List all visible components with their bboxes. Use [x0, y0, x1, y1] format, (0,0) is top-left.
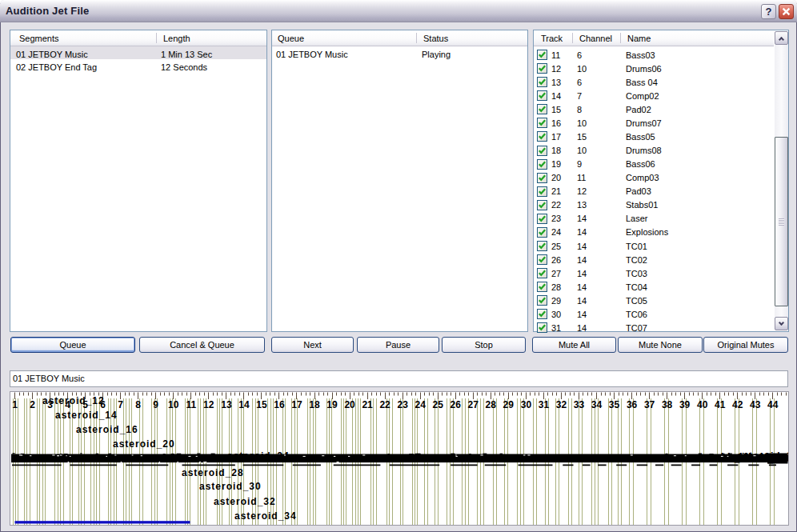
svg-text:40: 40 [697, 399, 708, 410]
svg-text:asteroid_28: asteroid_28 [182, 467, 244, 478]
svg-text:35: 35 [609, 399, 620, 410]
svg-text:43: 43 [750, 399, 761, 410]
svg-text:asteroid_12: asteroid_12 [42, 395, 105, 406]
svg-text:asteroid_16: asteroid_16 [76, 424, 138, 435]
svg-text:asteroid_20: asteroid_20 [113, 438, 175, 450]
svg-text:24: 24 [415, 399, 427, 410]
svg-text:44: 44 [767, 399, 779, 410]
svg-text:26: 26 [451, 399, 462, 410]
svg-text:asteroid_39: asteroid_39 [731, 453, 788, 464]
svg-text:asteroid_32: asteroid_32 [214, 496, 276, 507]
svg-text:36: 36 [627, 399, 638, 410]
svg-text:25: 25 [433, 399, 444, 410]
svg-text:asteroid_14: asteroid_14 [55, 410, 118, 421]
svg-text:28: 28 [486, 399, 497, 410]
svg-text:41: 41 [715, 399, 726, 410]
svg-text:19: 19 [326, 399, 338, 410]
svg-text:2: 2 [30, 399, 35, 410]
svg-text:32: 32 [556, 399, 567, 410]
svg-text:37: 37 [644, 399, 655, 410]
svg-text:20: 20 [344, 399, 355, 410]
svg-text:34: 34 [591, 399, 603, 410]
svg-text:23: 23 [398, 399, 409, 410]
svg-text:12: 12 [203, 399, 214, 410]
svg-text:29: 29 [503, 399, 515, 410]
svg-text:33: 33 [574, 399, 585, 410]
svg-text:27: 27 [468, 399, 479, 410]
svg-text:9: 9 [153, 399, 158, 410]
svg-text:10: 10 [168, 399, 179, 410]
svg-text:13: 13 [221, 399, 232, 410]
svg-text:38: 38 [662, 399, 673, 410]
svg-text:30: 30 [521, 399, 532, 410]
svg-text:31: 31 [539, 399, 550, 410]
svg-text:asteroid_30: asteroid_30 [199, 481, 262, 492]
svg-text:39: 39 [679, 399, 691, 410]
svg-text:asteroid_34: asteroid_34 [234, 510, 297, 522]
svg-text:22: 22 [379, 399, 390, 410]
svg-text:21: 21 [362, 399, 373, 410]
svg-text:42: 42 [732, 399, 743, 410]
svg-text:1: 1 [12, 399, 18, 410]
svg-text:16: 16 [274, 399, 285, 410]
svg-text:18: 18 [309, 399, 320, 410]
svg-text:17: 17 [291, 399, 302, 410]
svg-text:8: 8 [135, 399, 141, 410]
svg-text:7: 7 [118, 399, 123, 410]
svg-text:14: 14 [238, 399, 250, 410]
svg-text:15: 15 [256, 399, 267, 410]
svg-text:11: 11 [186, 399, 196, 410]
